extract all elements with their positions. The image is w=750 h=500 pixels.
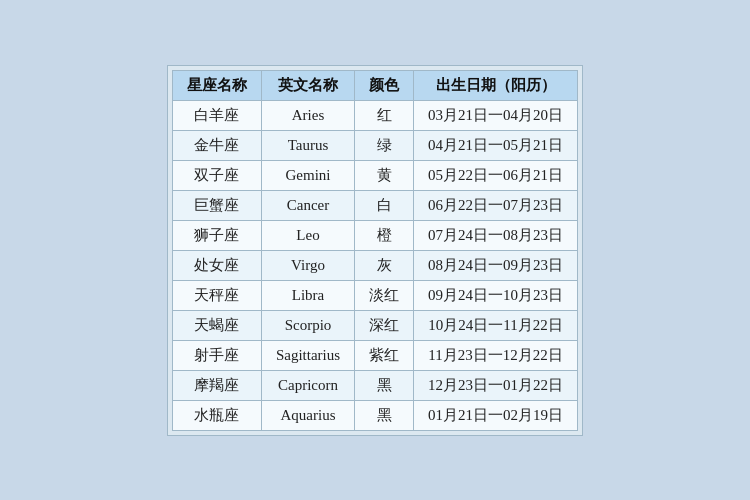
- cell-english-name: Leo: [261, 220, 354, 250]
- cell-color: 红: [355, 100, 414, 130]
- cell-chinese-name: 双子座: [172, 160, 261, 190]
- cell-dates: 09月24日一10月23日: [414, 280, 578, 310]
- cell-color: 黑: [355, 370, 414, 400]
- cell-dates: 08月24日一09月23日: [414, 250, 578, 280]
- cell-dates: 07月24日一08月23日: [414, 220, 578, 250]
- cell-dates: 11月23日一12月22日: [414, 340, 578, 370]
- cell-color: 黑: [355, 400, 414, 430]
- cell-color: 白: [355, 190, 414, 220]
- cell-color: 黄: [355, 160, 414, 190]
- header-color: 颜色: [355, 70, 414, 100]
- table-row: 处女座Virgo灰08月24日一09月23日: [172, 250, 577, 280]
- cell-chinese-name: 天秤座: [172, 280, 261, 310]
- cell-color: 灰: [355, 250, 414, 280]
- table-row: 天秤座Libra淡红09月24日一10月23日: [172, 280, 577, 310]
- cell-dates: 01月21日一02月19日: [414, 400, 578, 430]
- cell-dates: 06月22日一07月23日: [414, 190, 578, 220]
- cell-chinese-name: 白羊座: [172, 100, 261, 130]
- cell-color: 淡红: [355, 280, 414, 310]
- cell-english-name: Gemini: [261, 160, 354, 190]
- cell-chinese-name: 狮子座: [172, 220, 261, 250]
- cell-dates: 10月24日一11月22日: [414, 310, 578, 340]
- table-row: 射手座Sagittarius紫红11月23日一12月22日: [172, 340, 577, 370]
- cell-english-name: Cancer: [261, 190, 354, 220]
- cell-color: 橙: [355, 220, 414, 250]
- table-row: 天蝎座Scorpio深红10月24日一11月22日: [172, 310, 577, 340]
- cell-chinese-name: 巨蟹座: [172, 190, 261, 220]
- cell-chinese-name: 水瓶座: [172, 400, 261, 430]
- table-row: 白羊座Aries红03月21日一04月20日: [172, 100, 577, 130]
- table-row: 狮子座Leo橙07月24日一08月23日: [172, 220, 577, 250]
- cell-dates: 03月21日一04月20日: [414, 100, 578, 130]
- cell-color: 深红: [355, 310, 414, 340]
- cell-color: 紫红: [355, 340, 414, 370]
- cell-english-name: Capricorn: [261, 370, 354, 400]
- table-row: 巨蟹座Cancer白06月22日一07月23日: [172, 190, 577, 220]
- cell-chinese-name: 天蝎座: [172, 310, 261, 340]
- cell-english-name: Aries: [261, 100, 354, 130]
- table-row: 金牛座Taurus绿04月21日一05月21日: [172, 130, 577, 160]
- table-row: 摩羯座Capricorn黑12月23日一01月22日: [172, 370, 577, 400]
- table-row: 水瓶座Aquarius黑01月21日一02月19日: [172, 400, 577, 430]
- cell-color: 绿: [355, 130, 414, 160]
- cell-english-name: Aquarius: [261, 400, 354, 430]
- cell-dates: 05月22日一06月21日: [414, 160, 578, 190]
- cell-chinese-name: 处女座: [172, 250, 261, 280]
- cell-english-name: Sagittarius: [261, 340, 354, 370]
- cell-english-name: Scorpio: [261, 310, 354, 340]
- cell-chinese-name: 金牛座: [172, 130, 261, 160]
- cell-chinese-name: 摩羯座: [172, 370, 261, 400]
- header-birthdate: 出生日期（阳历）: [414, 70, 578, 100]
- table-row: 双子座Gemini黄05月22日一06月21日: [172, 160, 577, 190]
- header-chinese-name: 星座名称: [172, 70, 261, 100]
- table-header-row: 星座名称 英文名称 颜色 出生日期（阳历）: [172, 70, 577, 100]
- cell-chinese-name: 射手座: [172, 340, 261, 370]
- cell-dates: 04月21日一05月21日: [414, 130, 578, 160]
- cell-english-name: Taurus: [261, 130, 354, 160]
- zodiac-table: 星座名称 英文名称 颜色 出生日期（阳历） 白羊座Aries红03月21日一04…: [172, 70, 578, 431]
- cell-english-name: Libra: [261, 280, 354, 310]
- cell-english-name: Virgo: [261, 250, 354, 280]
- cell-dates: 12月23日一01月22日: [414, 370, 578, 400]
- zodiac-table-container: 星座名称 英文名称 颜色 出生日期（阳历） 白羊座Aries红03月21日一04…: [167, 65, 583, 436]
- header-english-name: 英文名称: [261, 70, 354, 100]
